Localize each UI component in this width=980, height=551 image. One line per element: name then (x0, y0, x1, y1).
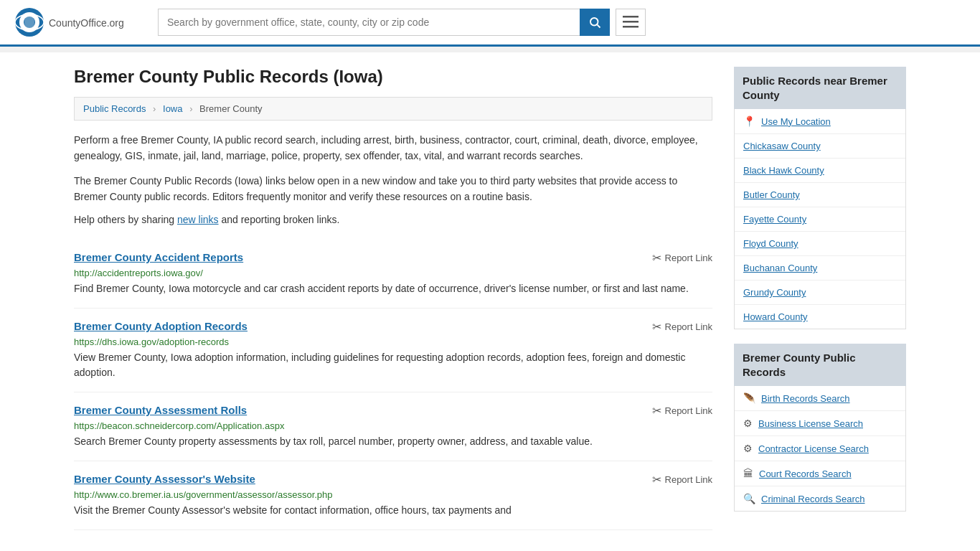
search-button[interactable] (580, 9, 610, 36)
record-url[interactable]: http://accidentreports.iowa.gov/ (74, 268, 712, 278)
record-header: Bremer County Accident Reports ✂ Report … (74, 251, 712, 265)
court-records-search-link[interactable]: Court Records Search (759, 468, 852, 479)
criminal-records-search-item[interactable]: 🔍 Criminal Records Search (735, 486, 905, 511)
records-section-header: Bremer County Public Records (734, 344, 906, 386)
breadcrumb-sep-1: › (153, 103, 156, 114)
records-links: 🪶 Birth Records Search ⚙ Business Licens… (734, 386, 906, 512)
record-title[interactable]: Bremer County Assessor's Website (74, 473, 255, 485)
help-text-suffix: and reporting broken links. (219, 214, 340, 225)
svg-rect-8 (623, 26, 639, 28)
use-my-location-link[interactable]: Use My Location (761, 116, 831, 127)
black-hawk-county-item[interactable]: Black Hawk County (735, 159, 905, 183)
search-icon (588, 16, 601, 29)
new-links-link[interactable]: new links (177, 214, 219, 225)
birth-records-icon: 🪶 (743, 392, 755, 404)
top-bar (0, 47, 980, 52)
record-description: Visit the Bremer County Assessor's websi… (74, 503, 712, 518)
birth-records-search-item[interactable]: 🪶 Birth Records Search (735, 386, 905, 411)
report-link-button[interactable]: ✂ Report Link (652, 251, 712, 265)
svg-rect-7 (623, 21, 639, 23)
records-section: Bremer County Public Records 🪶 Birth Rec… (734, 344, 906, 512)
grundy-county-link[interactable]: Grundy County (743, 287, 806, 298)
record-description: Find Bremer County, Iowa motorcycle and … (74, 281, 712, 296)
intro-paragraph: Perform a free Bremer County, IA public … (74, 132, 712, 164)
report-label: Report Link (665, 253, 712, 263)
buchanan-county-link[interactable]: Buchanan County (743, 263, 817, 273)
black-hawk-county-link[interactable]: Black Hawk County (743, 165, 824, 176)
report-link-button[interactable]: ✂ Report Link (652, 404, 712, 418)
hamburger-menu-button[interactable] (616, 9, 646, 36)
logo-icon (14, 7, 44, 37)
howard-county-link[interactable]: Howard County (743, 311, 808, 322)
butler-county-item[interactable]: Butler County (735, 183, 905, 207)
help-text-prefix: Help others by sharing (74, 214, 177, 225)
svg-line-5 (597, 24, 600, 27)
report-link-button[interactable]: ✂ Report Link (652, 473, 712, 486)
record-url[interactable]: http://www.co.bremer.ia.us/government/as… (74, 489, 712, 500)
butler-county-link[interactable]: Butler County (743, 189, 800, 200)
records-list: Bremer County Accident Reports ✂ Report … (74, 240, 712, 530)
breadcrumb-current: Bremer County (199, 103, 262, 114)
fayette-county-item[interactable]: Fayette County (735, 207, 905, 232)
logo-label: CountyOffice.org (49, 15, 124, 29)
report-icon: ✂ (652, 251, 661, 265)
contractor-license-search-item[interactable]: ⚙ Contractor License Search (735, 436, 905, 461)
criminal-records-icon: 🔍 (743, 493, 755, 504)
chickasaw-county-link[interactable]: Chickasaw County (743, 141, 821, 151)
nearby-links: 📍 Use My Location Chickasaw County Black… (734, 109, 906, 329)
report-icon: ✂ (652, 404, 661, 418)
chickasaw-county-item[interactable]: Chickasaw County (735, 134, 905, 159)
use-my-location-item[interactable]: 📍 Use My Location (735, 109, 905, 134)
report-label: Report Link (665, 321, 712, 332)
contractor-license-icon: ⚙ (743, 443, 753, 454)
record-header: Bremer County Assessor's Website ✂ Repor… (74, 473, 712, 486)
contractor-license-search-link[interactable]: Contractor License Search (758, 443, 869, 454)
court-records-icon: 🏛 (743, 468, 753, 479)
floyd-county-item[interactable]: Floyd County (735, 232, 905, 256)
nearby-section-header: Public Records near Bremer County (734, 67, 906, 109)
record-header: Bremer County Adoption Records ✂ Report … (74, 320, 712, 334)
page-title: Bremer County Public Records (Iowa) (74, 67, 712, 87)
search-area (158, 9, 646, 36)
record-header: Bremer County Assessment Rolls ✂ Report … (74, 404, 712, 418)
grundy-county-item[interactable]: Grundy County (735, 281, 905, 305)
fayette-county-link[interactable]: Fayette County (743, 214, 806, 225)
criminal-records-search-link[interactable]: Criminal Records Search (761, 494, 865, 504)
record-url[interactable]: https://dhs.iowa.gov/adoption-records (74, 336, 712, 347)
main-layout: Bremer County Public Records (Iowa) Publ… (60, 52, 920, 545)
sidebar: Public Records near Bremer County 📍 Use … (734, 67, 906, 530)
breadcrumb-public-records[interactable]: Public Records (83, 103, 146, 114)
report-label: Report Link (665, 405, 712, 416)
record-item-adoption-records: Bremer County Adoption Records ✂ Report … (74, 309, 712, 392)
floyd-county-link[interactable]: Floyd County (743, 238, 798, 249)
logo-text-area: CountyOffice.org (49, 15, 124, 30)
howard-county-item[interactable]: Howard County (735, 305, 905, 329)
site-header: CountyOffice.org (0, 0, 980, 47)
record-title[interactable]: Bremer County Assessment Rolls (74, 404, 247, 416)
report-link-button[interactable]: ✂ Report Link (652, 320, 712, 334)
hamburger-icon (623, 16, 639, 29)
svg-point-4 (590, 18, 598, 26)
help-paragraph: Help others by sharing new links and rep… (74, 214, 712, 225)
record-title[interactable]: Bremer County Adoption Records (74, 320, 248, 332)
report-icon: ✂ (652, 320, 661, 334)
logo[interactable]: CountyOffice.org (14, 7, 143, 37)
record-title[interactable]: Bremer County Accident Reports (74, 251, 243, 263)
search-input[interactable] (158, 9, 580, 36)
report-label: Report Link (665, 474, 712, 485)
record-description: Search Bremer County property assessment… (74, 434, 712, 449)
record-item-assessors-website: Bremer County Assessor's Website ✂ Repor… (74, 461, 712, 530)
record-url[interactable]: https://beacon.schneidercorp.com/Applica… (74, 420, 712, 431)
business-license-search-item[interactable]: ⚙ Business License Search (735, 411, 905, 436)
svg-rect-6 (623, 16, 639, 18)
business-license-search-link[interactable]: Business License Search (758, 418, 863, 429)
second-paragraph: The Bremer County Public Records (Iowa) … (74, 173, 712, 205)
business-license-icon: ⚙ (743, 418, 753, 429)
court-records-search-item[interactable]: 🏛 Court Records Search (735, 461, 905, 486)
birth-records-search-link[interactable]: Birth Records Search (761, 393, 850, 404)
breadcrumb-iowa[interactable]: Iowa (163, 103, 182, 114)
report-icon: ✂ (652, 473, 661, 486)
breadcrumb-sep-2: › (189, 103, 192, 114)
breadcrumb: Public Records › Iowa › Bremer County (74, 97, 712, 121)
buchanan-county-item[interactable]: Buchanan County (735, 256, 905, 281)
